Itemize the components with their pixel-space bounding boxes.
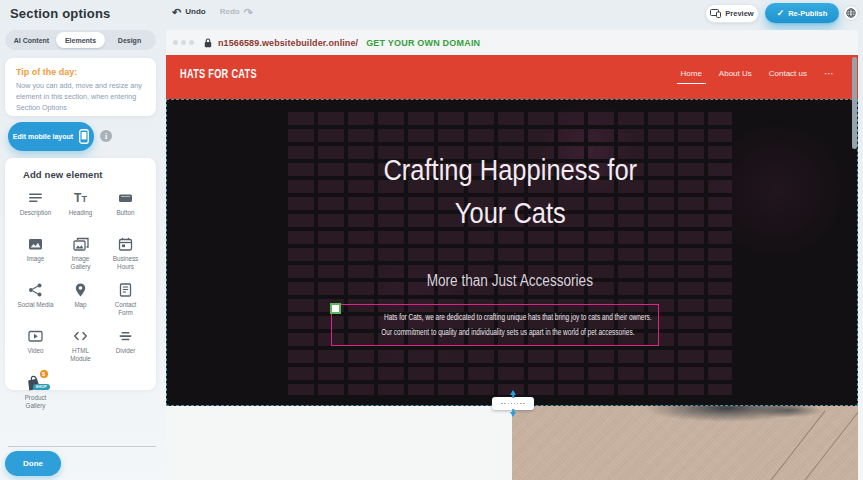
- element-description[interactable]: Description: [13, 190, 58, 226]
- element-business-hours[interactable]: Business Hours: [103, 236, 148, 272]
- tile-line: [797, 410, 858, 480]
- element-label: Contact Form: [115, 301, 137, 317]
- element-video[interactable]: Video: [13, 328, 58, 364]
- element-label: Video: [28, 347, 44, 355]
- button-icon: [117, 190, 134, 206]
- tile-line: [763, 410, 825, 480]
- preview-button[interactable]: Preview: [705, 4, 759, 23]
- nav-home[interactable]: Home: [681, 69, 702, 78]
- website-builder-app: Section options ↶ Undo Redo ↷ Preview ✓ …: [0, 0, 863, 480]
- site-header: HATS FOR CATS Home About Us Contact us ⋯: [166, 55, 858, 99]
- add-element-panel: Add new element Description TT Heading: [5, 158, 156, 390]
- selection-resize-handle[interactable]: [330, 303, 341, 314]
- check-icon: ✓: [777, 8, 785, 18]
- language-globe-button[interactable]: [843, 5, 859, 21]
- panel-divider: [8, 446, 156, 447]
- social-media-icon: [27, 282, 44, 298]
- element-product-gallery[interactable]: SHOP $ Product Gallery: [13, 374, 58, 410]
- get-domain-link[interactable]: GET YOUR OWN DOMAIN: [366, 38, 480, 48]
- html-module-icon: [72, 328, 89, 344]
- arrow-down-icon: [510, 412, 516, 417]
- element-button[interactable]: Button: [103, 190, 148, 226]
- hero-subheading[interactable]: More than Just Accessories: [288, 272, 732, 290]
- info-icon[interactable]: i: [100, 130, 112, 142]
- tip-of-the-day-card: Tip of the day: Now you can add, move an…: [5, 58, 156, 116]
- element-label: Divider: [116, 347, 136, 355]
- heading-icon: TT: [74, 190, 87, 206]
- upgrade-badge: $: [40, 370, 48, 378]
- floor-photo: [512, 406, 858, 480]
- site-url: n1566589.websitebuilder.online/: [218, 38, 358, 48]
- panel-tabs: AI Content Elements Design: [5, 30, 156, 50]
- nav-contact-us[interactable]: Contact us: [769, 69, 807, 78]
- site-logo[interactable]: HATS FOR CATS: [180, 67, 257, 81]
- site-preview: n1566589.websitebuilder.online/ GET YOUR…: [166, 30, 858, 480]
- element-label: Product Gallery: [25, 394, 47, 410]
- element-contact-form[interactable]: Contact Form: [103, 282, 148, 318]
- selected-paragraph[interactable]: Hats for Cats, we are dedicated to craft…: [331, 304, 659, 346]
- element-heading[interactable]: TT Heading: [58, 190, 103, 226]
- browser-dot: [181, 40, 186, 45]
- element-label: Description: [20, 209, 52, 217]
- next-section[interactable]: [166, 406, 858, 480]
- devices-icon: [710, 9, 721, 18]
- browser-dots: [173, 40, 194, 45]
- paragraph-line2: Our commitment to quality and individual…: [381, 325, 634, 340]
- mobile-phone-icon: [79, 129, 89, 144]
- element-grid: Description TT Heading Button Image: [13, 190, 148, 410]
- image-icon: [27, 236, 44, 252]
- hero-section[interactable]: Crafting Happiness for Your Cats More th…: [166, 99, 858, 406]
- tip-heading: Tip of the day:: [16, 67, 145, 77]
- globe-icon: [846, 8, 856, 18]
- image-gallery-icon: [72, 236, 90, 252]
- element-divider[interactable]: Divider: [103, 328, 148, 364]
- element-label: HTML Module: [70, 347, 91, 363]
- element-map[interactable]: Map: [58, 282, 103, 318]
- republish-label: Re-Publish: [788, 9, 827, 18]
- element-social-media[interactable]: Social Media: [13, 282, 58, 318]
- element-image[interactable]: Image: [13, 236, 58, 272]
- element-image-gallery[interactable]: Image Gallery: [58, 236, 103, 272]
- element-label: Button: [116, 209, 134, 217]
- undo-icon: ↶: [172, 8, 181, 16]
- edit-mobile-layout-button[interactable]: Edit mobile layout: [8, 122, 94, 151]
- preview-scrollbar[interactable]: [852, 57, 857, 149]
- add-element-heading: Add new element: [23, 169, 148, 180]
- redo-label: Redo: [220, 7, 240, 16]
- undo-button[interactable]: ↶ Undo: [172, 7, 206, 16]
- hero-heading[interactable]: Crafting Happiness for Your Cats: [288, 148, 732, 234]
- hero-heading-line1: Crafting Happiness for: [383, 148, 637, 191]
- business-hours-icon: [117, 236, 134, 252]
- lock-icon: [204, 38, 212, 48]
- redo-button[interactable]: Redo ↷: [220, 7, 253, 16]
- element-label: Heading: [69, 209, 92, 217]
- paragraph-line1: Hats for Cats, we are dedicated to craft…: [384, 310, 652, 325]
- browser-dot: [173, 40, 178, 45]
- section-height-resize-handle[interactable]: [492, 397, 534, 410]
- description-icon: [27, 190, 44, 206]
- redo-icon: ↷: [244, 8, 253, 16]
- preview-label: Preview: [725, 9, 753, 18]
- hero-heading-line2: Your Cats: [454, 191, 565, 234]
- tab-design[interactable]: Design: [105, 32, 154, 48]
- history-controls: ↶ Undo Redo ↷: [172, 7, 253, 16]
- done-button[interactable]: Done: [5, 451, 61, 476]
- edit-mobile-label: Edit mobile layout: [13, 133, 73, 140]
- undo-label: Undo: [185, 7, 205, 16]
- element-label: Image: [27, 255, 45, 263]
- shop-badge: SHOP: [33, 384, 50, 390]
- element-label: Business Hours: [113, 255, 139, 271]
- site-nav: Home About Us Contact us ⋯: [681, 69, 835, 78]
- tab-elements[interactable]: Elements: [56, 32, 105, 48]
- tab-ai-content[interactable]: AI Content: [7, 32, 56, 48]
- nav-about-us[interactable]: About Us: [719, 69, 752, 78]
- topbar: Section options ↶ Undo Redo ↷ Preview ✓ …: [0, 0, 863, 28]
- arrow-up-icon: [510, 390, 516, 395]
- element-html-module[interactable]: HTML Module: [58, 328, 103, 364]
- republish-button[interactable]: ✓ Re-Publish: [765, 3, 839, 23]
- element-label: Image Gallery: [71, 255, 91, 271]
- browser-bar: n1566589.websitebuilder.online/ GET YOUR…: [166, 30, 858, 55]
- nav-more-icon[interactable]: ⋯: [824, 70, 834, 78]
- browser-dot: [189, 40, 194, 45]
- page-title: Section options: [10, 6, 111, 21]
